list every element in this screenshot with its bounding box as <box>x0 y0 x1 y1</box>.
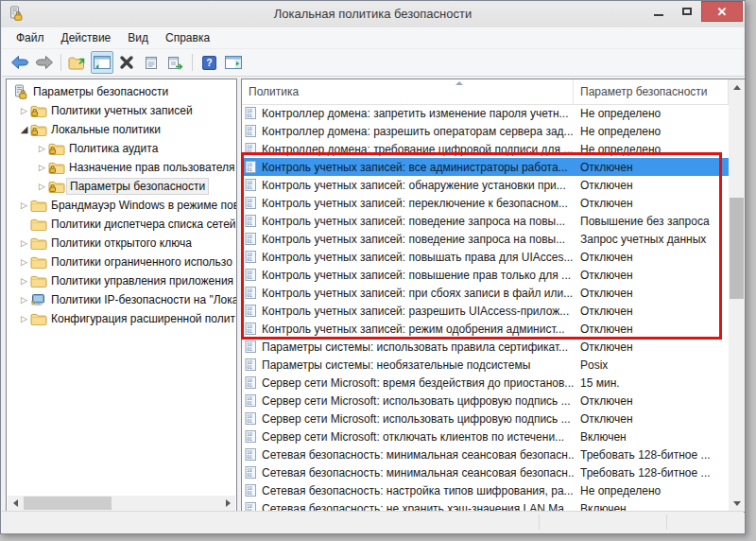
folder-lock-icon <box>48 161 66 174</box>
table-row[interactable]: 1001Контроль учетных записей: разрешить … <box>242 302 729 320</box>
policy-name-cell: Контроль учетных записей: режим одобрени… <box>262 323 574 336</box>
tree-item[interactable]: Параметры безопасности <box>7 82 236 101</box>
tree-item-label: Локальные политики <box>48 122 163 137</box>
policy-name-cell: Сетевая безопасность: минимальная сеансо… <box>262 466 574 480</box>
tree-expander-icon[interactable]: ◢ <box>18 120 30 139</box>
toolbar-button-properties[interactable] <box>140 51 163 74</box>
table-row[interactable]: 1001Контроль учетных записей: обнаружени… <box>242 176 729 194</box>
svg-text:01: 01 <box>247 347 252 352</box>
table-row[interactable]: 1001Сервер сети Microsoft: отключать кли… <box>242 428 729 445</box>
tree-horizontal-scrollbar[interactable] <box>8 496 235 511</box>
table-row[interactable]: 1001Контроллер домена: запретить изменен… <box>242 104 729 122</box>
tree-expander-icon[interactable]: ▷ <box>36 158 48 177</box>
table-row[interactable]: 1001Контроллер домена: разрешить операто… <box>242 122 729 140</box>
menu-item-view[interactable]: Вид <box>119 28 157 47</box>
local-security-policy-window: Локальная политика безопасности ✕ ФайлДе… <box>0 0 746 534</box>
tree-item[interactable]: ▷Политики ограниченного использо <box>7 253 236 271</box>
tree-expander-icon[interactable]: ▷ <box>18 290 30 309</box>
toolbar-button-back[interactable] <box>9 51 31 74</box>
table-row[interactable]: 1001Сервер сети Microsoft: использовать … <box>242 392 729 410</box>
table-row[interactable]: 1001Контроль учетных записей: поведение … <box>242 212 729 230</box>
column-header-policy[interactable]: Политика <box>242 79 574 104</box>
table-row[interactable]: 1001Контроль учетных записей: поведение … <box>242 230 729 248</box>
policy-name-cell: Контроль учетных записей: повышать права… <box>262 251 574 264</box>
policy-name-cell: Параметры системы: использовать правила … <box>262 340 574 354</box>
title-bar[interactable]: Локальная политика безопасности ✕ <box>1 1 745 27</box>
menu-bar: ФайлДействиеВидСправка <box>2 27 744 49</box>
security-setting-cell: Не определено <box>574 143 729 156</box>
table-row[interactable]: 1001Контроль учетных записей: все админи… <box>242 158 729 176</box>
list-vertical-scrollbar[interactable] <box>729 79 745 512</box>
policy-name-cell: Контроль учетных записей: переключение к… <box>262 197 574 210</box>
tree-expander-icon[interactable]: ▷ <box>36 139 48 158</box>
table-row[interactable]: 1001Контроль учетных записей: режим одоб… <box>242 320 729 338</box>
table-row[interactable]: 1001Контроль учетных записей: переключен… <box>242 194 729 212</box>
column-header-security-setting[interactable]: Параметр безопасности <box>574 79 729 104</box>
tree-item[interactable]: ▷Брандмауэр Windows в режиме пов <box>7 196 236 215</box>
svg-text:01: 01 <box>247 401 252 406</box>
vertical-scroll-thumb[interactable] <box>730 198 744 299</box>
svg-text:01: 01 <box>247 221 252 226</box>
scroll-up-arrow-icon[interactable] <box>729 79 745 96</box>
security-setting-cell: Posix <box>574 358 729 372</box>
tree-expander-icon[interactable]: ▷ <box>18 234 30 253</box>
tree-item[interactable]: ▷Назначение прав пользователя <box>7 158 236 177</box>
table-row[interactable]: 1001Сетевая безопасность: минимальная се… <box>242 445 729 463</box>
toolbar-button-help[interactable]: ? <box>198 51 220 74</box>
list-header: Политика Параметр безопасности <box>242 79 729 105</box>
minimize-button[interactable] <box>644 1 673 22</box>
table-row[interactable]: 1001Параметры системы: необязательные по… <box>242 356 729 374</box>
toolbar-button-export-list[interactable] <box>164 51 187 74</box>
tree-item[interactable]: ▷Политики IP-безопасности на "Лока <box>7 290 236 309</box>
tree-item[interactable]: ▷Параметры безопасности <box>7 177 236 196</box>
tree-item-label: Параметры безопасности <box>30 84 171 99</box>
policy-name-cell: Сервер сети Microsoft: время бездействия… <box>262 376 574 390</box>
menu-item-action[interactable]: Действие <box>53 28 120 47</box>
menu-item-help[interactable]: Справка <box>157 28 218 47</box>
toolbar-button-up-folder[interactable] <box>66 51 89 74</box>
table-row[interactable]: 1001Сервер сети Microsoft: время бездейс… <box>242 374 729 392</box>
close-button[interactable]: ✕ <box>701 1 743 22</box>
tree-item[interactable]: ▷Конфигурация расширенной полит <box>7 309 236 328</box>
toolbar-button-forward[interactable] <box>33 51 56 74</box>
policy-name-cell: Контроль учетных записей: поведение запр… <box>262 233 574 246</box>
policy-icon: 1001 <box>242 125 262 137</box>
maximize-button[interactable] <box>673 1 701 22</box>
table-row[interactable]: 1001Сетевая безопасность: минимальная се… <box>242 463 729 481</box>
tree-item[interactable]: ▷Политика аудита <box>7 139 236 158</box>
toolbar-button-action-pane[interactable] <box>222 51 245 74</box>
horizontal-scroll-thumb[interactable] <box>24 497 112 510</box>
policy-name-cell: Контроллер домена: требование цифровой п… <box>262 143 574 156</box>
scroll-left-arrow-icon[interactable] <box>8 496 23 511</box>
toolbar-button-delete[interactable] <box>115 51 138 74</box>
table-row[interactable]: 1001Контроль учетных записей: повышать п… <box>242 248 729 266</box>
table-row[interactable]: 1001Контроль учетных записей: при сбоях … <box>242 284 729 302</box>
table-row[interactable]: 1001Сервер сети Microsoft: использовать … <box>242 410 729 428</box>
tree-item[interactable]: ▷Политики учетных записей <box>7 101 236 120</box>
tree-item[interactable]: ▷Политики управления приложения <box>7 271 236 290</box>
table-row[interactable]: 1001Контроль учетных записей: повышение … <box>242 266 729 284</box>
status-bar-divider <box>666 515 667 530</box>
tree-expander-icon[interactable]: ▷ <box>18 309 30 328</box>
svg-text:01: 01 <box>247 365 252 370</box>
tree-expander-icon[interactable]: ▷ <box>36 177 48 196</box>
security-setting-cell: Отключен <box>574 305 729 318</box>
menu-item-file[interactable]: Файл <box>8 28 53 47</box>
svg-text:01: 01 <box>247 419 252 424</box>
table-row[interactable]: 1001Параметры системы: использовать прав… <box>242 338 729 356</box>
toolbar-button-console-tree[interactable] <box>91 51 113 74</box>
tree-expander-icon[interactable]: ▷ <box>18 101 30 120</box>
tree-expander-icon[interactable]: ▷ <box>18 253 30 271</box>
tree-item[interactable]: ▷Политики открытого ключа <box>7 234 236 253</box>
scroll-right-arrow-icon[interactable] <box>220 496 235 511</box>
tree-expander-icon[interactable]: ▷ <box>18 196 30 215</box>
tree-expander-icon[interactable]: ▷ <box>18 271 30 290</box>
scroll-down-arrow-icon[interactable] <box>729 496 745 512</box>
table-row[interactable]: 1001Контроллер домена: требование цифров… <box>242 140 729 158</box>
folder-lock-icon <box>30 123 48 136</box>
security-setting-cell: 15 мин. <box>574 376 729 390</box>
delete-icon <box>119 55 134 70</box>
tree-item[interactable]: ◢Локальные политики <box>7 120 236 139</box>
tree-item[interactable]: Политики диспетчера списка сетей <box>7 215 236 234</box>
table-row[interactable]: 1001Сетевая безопасность: настройка типо… <box>242 481 729 499</box>
